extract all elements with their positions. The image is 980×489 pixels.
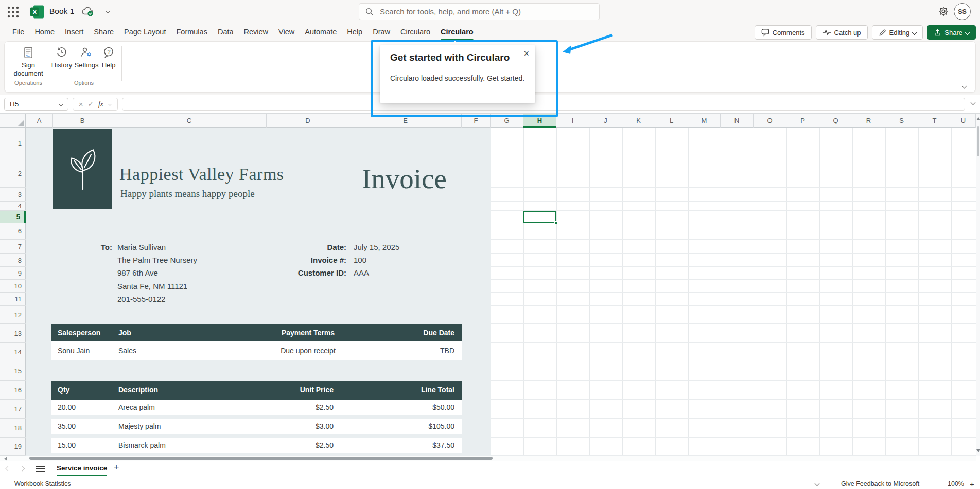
gridline [589,128,590,456]
sales-table-header: Job [118,324,206,341]
next-sheet-icon[interactable] [20,466,25,472]
row-header-6[interactable]: 6 [0,223,26,240]
row-header-7[interactable]: 7 [0,240,26,254]
row-header-14[interactable]: 14 [0,343,26,361]
invoice-meta-value: July 15, 2025 [354,242,399,252]
gridline [491,210,976,211]
status-options-chevron-icon[interactable] [815,481,820,486]
gridline [819,128,820,456]
items-table-header: Unit Price [210,381,334,400]
invoice-to-line: 987 6th Ave [117,268,158,278]
row-header-11[interactable]: 11 [0,293,26,306]
column-header-N[interactable]: N [721,114,754,128]
row-header-4[interactable]: 4 [0,202,26,211]
zoom-out-button[interactable]: — [930,480,936,487]
gridline [491,159,976,159]
column-header-T[interactable]: T [918,114,951,128]
invoice-meta-label: Customer ID: [221,268,346,278]
gridline [885,128,886,456]
items-table-cell: Areca palm [118,400,210,415]
column-headers: ABCDEFGHIJKLMNOPQRSTU [0,114,976,128]
invoice-to-line: 201-555-0122 [117,294,165,304]
fill-handle[interactable] [554,221,557,224]
items-table-row: 35.00Majesty palm$3.00$105.00 [51,419,462,434]
gridline [523,128,524,456]
sales-table-header: Salesperson [58,324,112,341]
gridline [622,128,623,456]
row-header-5[interactable]: 5 [0,211,26,223]
all-sheets-menu-icon[interactable] [36,466,45,473]
invoice-to-line: Santa Fe, NM 11121 [117,281,187,292]
row-header-13[interactable]: 13 [0,324,26,343]
row-header-15[interactable]: 15 [0,361,26,381]
column-header-J[interactable]: J [589,114,622,128]
row-header-18[interactable]: 18 [0,419,26,438]
column-header-S[interactable]: S [885,114,918,128]
add-sheet-button[interactable]: + [110,462,122,473]
column-header-D[interactable]: D [267,114,349,128]
gridline [556,128,557,456]
column-header-E[interactable]: E [349,114,462,128]
column-header-B[interactable]: B [53,114,112,128]
row-header-16[interactable]: 16 [0,381,26,400]
items-table-header: Qty [58,381,109,400]
column-header-O[interactable]: O [754,114,786,128]
scroll-up-icon[interactable] [976,117,980,120]
column-header-Q[interactable]: Q [819,114,852,128]
sales-table-header-row: SalespersonJobPayment TermsDue Date [51,324,462,341]
items-table-cell: 15.00 [58,438,109,453]
sheet-tab-service-invoice[interactable]: Service invoice [50,461,113,476]
gridline [491,323,976,324]
workbook-statistics-button[interactable]: Workbook Statistics [14,480,71,487]
column-header-U[interactable]: U [951,114,976,128]
column-header-G[interactable]: G [491,114,523,128]
vertical-scrollbar[interactable] [976,114,980,456]
row-header-3[interactable]: 3 [0,188,26,202]
zoom-in-button[interactable]: + [970,480,974,488]
sales-table-header: Due Date [329,324,454,341]
vertical-scroll-thumb[interactable] [977,126,979,156]
gridline [951,128,952,456]
row-header-1[interactable]: 1 [0,128,26,159]
gridline [721,128,721,456]
row-header-17[interactable]: 17 [0,400,26,419]
row-header-8[interactable]: 8 [0,254,26,267]
gridline [491,128,491,456]
row-header-10[interactable]: 10 [0,280,26,293]
gridline [655,128,656,456]
row-header-19[interactable]: 19 [0,438,26,456]
company-name: Happiest Valley Farms [119,165,284,184]
select-all-button[interactable] [0,114,26,128]
horizontal-scroll-thumb[interactable] [29,457,493,460]
column-header-P[interactable]: P [786,114,819,128]
row-header-12[interactable]: 12 [0,306,26,324]
items-table-header: Line Total [334,381,454,400]
horizontal-scrollbar[interactable] [0,456,976,461]
column-header-R[interactable]: R [852,114,885,128]
selected-cell-H5[interactable] [523,211,556,223]
column-header-H[interactable]: H [523,114,556,128]
column-header-L[interactable]: L [655,114,688,128]
company-logo [53,129,112,209]
column-header-C[interactable]: C [112,114,267,128]
popup-close-icon[interactable]: × [523,48,529,59]
column-header-M[interactable]: M [688,114,721,128]
items-table-cell: $50.00 [334,400,454,415]
scroll-down-icon[interactable] [976,449,980,452]
feedback-link[interactable]: Give Feedback to Microsoft [841,480,919,487]
scroll-left-icon[interactable] [4,457,7,461]
invoice-meta-label: Invoice #: [221,255,346,265]
invoice-to-line: Maria Sullivan [117,242,166,252]
invoice-meta-value: AAA [354,268,369,278]
column-header-F[interactable]: F [462,114,491,128]
column-header-I[interactable]: I [556,114,589,128]
previous-sheet-icon[interactable] [6,466,11,472]
column-header-K[interactable]: K [622,114,655,128]
items-table-header: Description [118,381,210,400]
items-table-cell: $2.50 [210,438,334,453]
column-header-A[interactable]: A [26,114,53,128]
zoom-level[interactable]: 100% [948,480,964,487]
items-table-cell: $3.00 [210,419,334,434]
row-header-2[interactable]: 2 [0,159,26,188]
row-header-9[interactable]: 9 [0,267,26,280]
